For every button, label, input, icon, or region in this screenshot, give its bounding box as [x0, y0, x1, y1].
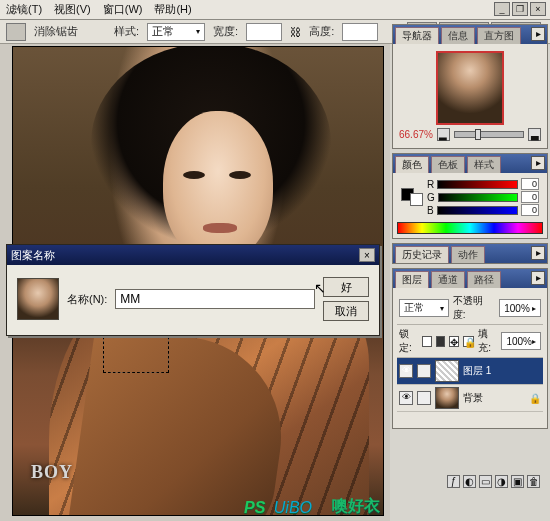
watermark-prefix: PS	[244, 499, 265, 516]
opacity-input[interactable]: 100%▸	[499, 299, 541, 317]
zoom-slider[interactable]	[454, 131, 524, 138]
tab-navigator[interactable]: 导航器	[395, 27, 439, 44]
width-label: 宽度:	[213, 24, 238, 39]
b-slider[interactable]	[437, 206, 518, 215]
opacity-label: 不透明度:	[453, 294, 495, 322]
visibility-icon[interactable]: 👁	[399, 364, 413, 378]
menu-window[interactable]: 窗口(W)	[103, 2, 143, 17]
tab-channels[interactable]: 通道	[431, 271, 465, 288]
visibility-icon[interactable]: 👁	[399, 391, 413, 405]
tab-paths[interactable]: 路径	[467, 271, 501, 288]
panel-menu-icon[interactable]: ▸	[531, 246, 545, 260]
subject-eye	[229, 171, 251, 179]
subject-eye	[183, 171, 205, 179]
tab-actions[interactable]: 动作	[451, 246, 485, 263]
lock-position-icon[interactable]: ✥	[449, 336, 459, 347]
height-input[interactable]	[342, 23, 378, 41]
new-layer-icon[interactable]: ▣	[511, 475, 524, 488]
menu-view[interactable]: 视图(V)	[54, 2, 91, 17]
r-value[interactable]: 0	[521, 178, 539, 190]
layer-fx-icon[interactable]: ƒ	[447, 475, 460, 488]
fg-bg-swatch[interactable]	[401, 188, 423, 206]
fill-label: 填充:	[478, 327, 497, 355]
r-label: R	[427, 179, 434, 190]
g-label: G	[427, 192, 435, 203]
panel-menu-icon[interactable]: ▸	[531, 156, 545, 170]
name-label: 名称(N):	[67, 292, 107, 307]
height-label: 高度:	[309, 24, 334, 39]
tab-histogram[interactable]: 直方图	[477, 27, 521, 44]
navigator-panel: 导航器 信息 直方图 ▸ 66.67% ▂ ▃	[392, 24, 548, 149]
pattern-name-dialog: 图案名称 × 名称(N): 好 取消	[6, 244, 380, 336]
style-label: 样式:	[114, 24, 139, 39]
lock-label: 锁定:	[399, 327, 418, 355]
tool-preset-icon[interactable]	[6, 23, 26, 41]
layer-name[interactable]: 背景	[463, 391, 483, 405]
zoom-percent[interactable]: 66.67%	[399, 129, 433, 140]
fill-input[interactable]: 100%▸	[501, 332, 541, 350]
subject-face	[163, 111, 273, 261]
layer-row[interactable]: 👁 图层 1	[397, 358, 543, 385]
pattern-thumbnail	[17, 278, 59, 320]
width-input[interactable]	[246, 23, 282, 41]
style-value: 正常	[152, 24, 174, 39]
layer-thumbnail[interactable]	[435, 387, 459, 409]
close-button[interactable]: ×	[530, 2, 546, 16]
tab-swatches[interactable]: 色板	[431, 156, 465, 173]
history-panel: 历史记录 动作 ▸	[392, 243, 548, 264]
tab-color[interactable]: 颜色	[395, 156, 429, 173]
watermark: PS UiBO	[244, 499, 312, 517]
maximize-button[interactable]: ❐	[512, 2, 528, 16]
panel-menu-icon[interactable]: ▸	[531, 271, 545, 285]
minimize-button[interactable]: _	[494, 2, 510, 16]
style-select[interactable]: 正常 ▾	[147, 23, 205, 41]
link-slot-icon[interactable]	[417, 364, 431, 378]
menu-filter[interactable]: 滤镜(T)	[6, 2, 42, 17]
lock-image-icon[interactable]	[436, 336, 446, 347]
tab-layers[interactable]: 图层	[395, 271, 429, 288]
layers-panel: 图层 通道 路径 ▸ 正常▾ 不透明度: 100%▸ 锁定: ✥ 🔒 填	[392, 268, 548, 429]
panel-menu-icon[interactable]: ▸	[531, 27, 545, 41]
tab-styles[interactable]: 样式	[467, 156, 501, 173]
cancel-button[interactable]: 取消	[323, 301, 369, 321]
subject-lips	[203, 223, 237, 233]
g-value[interactable]: 0	[521, 191, 539, 203]
dialog-title: 图案名称	[11, 248, 55, 263]
canvas-logo: BOY	[31, 462, 73, 483]
dialog-close-icon[interactable]: ×	[359, 248, 375, 262]
link-icon[interactable]: ⛓	[290, 26, 301, 38]
b-label: B	[427, 205, 434, 216]
color-panel: 颜色 色板 样式 ▸ R 0 G 0	[392, 153, 548, 239]
r-slider[interactable]	[437, 180, 518, 189]
chevron-down-icon: ▾	[196, 27, 200, 36]
layer-mask-icon[interactable]: ◐	[463, 475, 476, 488]
delete-layer-icon[interactable]: 🗑	[527, 475, 540, 488]
antialias-label: 消除锯齿	[34, 24, 78, 39]
new-group-icon[interactable]: ▭	[479, 475, 492, 488]
tab-info[interactable]: 信息	[441, 27, 475, 44]
zoom-out-icon[interactable]: ▂	[437, 128, 450, 141]
lock-all-icon[interactable]: 🔒	[463, 336, 474, 347]
lock-transparent-icon[interactable]	[422, 336, 432, 347]
g-slider[interactable]	[438, 193, 518, 202]
tab-history[interactable]: 历史记录	[395, 246, 449, 263]
b-value[interactable]: 0	[521, 204, 539, 216]
color-spectrum[interactable]	[397, 222, 543, 234]
layer-row[interactable]: 👁 背景 🔒	[397, 385, 543, 412]
name-input[interactable]	[115, 289, 315, 309]
layer-name[interactable]: 图层 1	[463, 364, 491, 378]
link-slot-icon[interactable]	[417, 391, 431, 405]
watermark2: 噢好衣	[332, 496, 380, 517]
blend-mode-select[interactable]: 正常▾	[399, 299, 449, 317]
ok-button[interactable]: 好	[323, 277, 369, 297]
lock-icon: 🔒	[529, 393, 541, 404]
new-adj-icon[interactable]: ◑	[495, 475, 508, 488]
zoom-in-icon[interactable]: ▃	[528, 128, 541, 141]
navigator-thumbnail[interactable]	[436, 51, 504, 125]
menu-help[interactable]: 帮助(H)	[154, 2, 191, 17]
layer-thumbnail[interactable]	[435, 360, 459, 382]
